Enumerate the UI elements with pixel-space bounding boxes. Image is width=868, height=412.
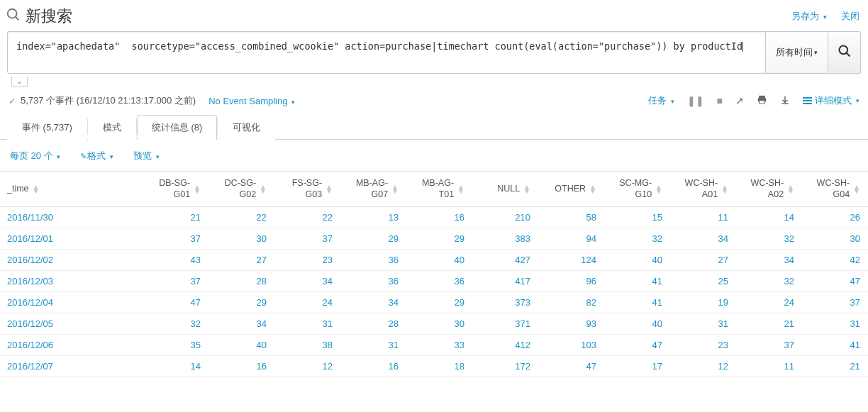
cell-value[interactable]: 33 xyxy=(406,335,472,356)
cell-value[interactable]: 34 xyxy=(274,271,340,292)
cell-value[interactable]: 37 xyxy=(801,292,867,313)
cell-value[interactable]: 21 xyxy=(735,313,801,335)
run-search-button[interactable] xyxy=(828,31,861,74)
cell-value[interactable]: 32 xyxy=(603,228,669,250)
column-DC-SG-G02[interactable]: DC-SG-G02▲▼ xyxy=(208,172,274,207)
cell-time[interactable]: 2016/12/07 xyxy=(0,356,142,377)
cell-value[interactable]: 14 xyxy=(142,356,208,377)
cell-value[interactable]: 41 xyxy=(603,271,669,292)
cell-value[interactable]: 34 xyxy=(669,228,735,250)
column-WC-SH-A01[interactable]: WC-SH-A01▲▼ xyxy=(669,172,735,207)
cell-value[interactable]: 47 xyxy=(538,356,603,377)
cell-value[interactable]: 16 xyxy=(340,356,406,377)
cell-value[interactable]: 34 xyxy=(735,250,801,271)
cell-value[interactable]: 14 xyxy=(735,207,801,228)
cell-value[interactable]: 371 xyxy=(472,313,538,335)
cell-value[interactable]: 417 xyxy=(472,271,538,292)
tab-events[interactable]: 事件 (5,737) xyxy=(7,115,87,140)
cell-value[interactable]: 427 xyxy=(472,250,538,271)
cell-value[interactable]: 40 xyxy=(406,250,472,271)
cell-value[interactable]: 28 xyxy=(208,271,274,292)
cell-value[interactable]: 30 xyxy=(406,313,472,335)
cell-value[interactable]: 373 xyxy=(472,292,538,313)
print-button[interactable] xyxy=(757,94,767,107)
cell-time[interactable]: 2016/12/06 xyxy=(0,335,142,356)
cell-time[interactable]: 2016/12/03 xyxy=(0,271,142,292)
cell-value[interactable]: 17 xyxy=(603,356,669,377)
column-MB-AG-G07[interactable]: MB-AG-G07▲▼ xyxy=(340,172,406,207)
cell-value[interactable]: 38 xyxy=(274,335,340,356)
export-button[interactable] xyxy=(780,95,790,107)
cell-value[interactable]: 383 xyxy=(472,228,538,250)
cell-value[interactable]: 37 xyxy=(735,335,801,356)
cell-value[interactable]: 96 xyxy=(538,271,603,292)
cell-value[interactable]: 40 xyxy=(603,250,669,271)
expand-search-toggle[interactable]: ⌄ xyxy=(11,77,28,87)
tab-patterns[interactable]: 模式 xyxy=(88,115,136,140)
cell-time[interactable]: 2016/11/30 xyxy=(0,207,142,228)
cell-time[interactable]: 2016/12/02 xyxy=(0,250,142,271)
cell-value[interactable]: 24 xyxy=(735,292,801,313)
stop-button[interactable]: ■ xyxy=(717,95,723,106)
cell-value[interactable]: 23 xyxy=(274,250,340,271)
cell-value[interactable]: 42 xyxy=(801,250,867,271)
column-SC-MG-G10[interactable]: SC-MG-G10▲▼ xyxy=(603,172,669,207)
cell-value[interactable]: 37 xyxy=(142,271,208,292)
cell-value[interactable]: 47 xyxy=(603,335,669,356)
column-DB-SG-G01[interactable]: DB-SG-G01▲▼ xyxy=(142,172,208,207)
tab-visualization[interactable]: 可视化 xyxy=(218,115,275,140)
cell-value[interactable]: 94 xyxy=(538,228,603,250)
event-sampling-menu[interactable]: No Event Sampling ▾ xyxy=(208,96,295,106)
cell-value[interactable]: 29 xyxy=(406,292,472,313)
cell-value[interactable]: 124 xyxy=(538,250,603,271)
cell-value[interactable]: 36 xyxy=(406,271,472,292)
format-menu[interactable]: ✎格式 ▾ xyxy=(80,150,113,162)
cell-value[interactable]: 29 xyxy=(406,228,472,250)
time-range-picker[interactable]: 所有时间 ▾ xyxy=(766,31,828,74)
cell-value[interactable]: 103 xyxy=(538,335,603,356)
column-OTHER[interactable]: OTHER▲▼ xyxy=(538,172,603,207)
cell-value[interactable]: 36 xyxy=(340,271,406,292)
cell-value[interactable]: 31 xyxy=(340,335,406,356)
cell-value[interactable]: 11 xyxy=(669,207,735,228)
cell-value[interactable]: 58 xyxy=(538,207,603,228)
cell-value[interactable]: 93 xyxy=(538,313,603,335)
column-FS-SG-G03[interactable]: FS-SG-G03▲▼ xyxy=(274,172,340,207)
column-time[interactable]: _time▲▼ xyxy=(0,172,142,207)
share-button[interactable]: ↗ xyxy=(735,95,744,106)
close-link[interactable]: 关闭 xyxy=(841,10,859,23)
cell-value[interactable]: 43 xyxy=(142,250,208,271)
cell-value[interactable]: 210 xyxy=(472,207,538,228)
cell-value[interactable]: 23 xyxy=(669,335,735,356)
cell-value[interactable]: 30 xyxy=(208,228,274,250)
cell-value[interactable]: 32 xyxy=(142,313,208,335)
cell-value[interactable]: 31 xyxy=(274,313,340,335)
cell-value[interactable]: 47 xyxy=(142,292,208,313)
cell-value[interactable]: 22 xyxy=(208,207,274,228)
cell-value[interactable]: 30 xyxy=(801,228,867,250)
cell-value[interactable]: 16 xyxy=(406,207,472,228)
cell-value[interactable]: 36 xyxy=(340,250,406,271)
cell-value[interactable]: 40 xyxy=(603,313,669,335)
cell-value[interactable]: 25 xyxy=(669,271,735,292)
column-WC-SH-G04[interactable]: WC-SH-G04▲▼ xyxy=(801,172,867,207)
cell-value[interactable]: 12 xyxy=(274,356,340,377)
cell-value[interactable]: 31 xyxy=(669,313,735,335)
cell-value[interactable]: 82 xyxy=(538,292,603,313)
cell-value[interactable]: 41 xyxy=(603,292,669,313)
cell-value[interactable]: 29 xyxy=(340,228,406,250)
cell-value[interactable]: 32 xyxy=(735,228,801,250)
cell-value[interactable]: 32 xyxy=(735,271,801,292)
cell-value[interactable]: 19 xyxy=(669,292,735,313)
cell-value[interactable]: 37 xyxy=(274,228,340,250)
cell-value[interactable]: 15 xyxy=(603,207,669,228)
save-as-menu[interactable]: 另存为 ▾ xyxy=(791,10,827,23)
cell-value[interactable]: 172 xyxy=(472,356,538,377)
cell-time[interactable]: 2016/12/05 xyxy=(0,313,142,335)
cell-time[interactable]: 2016/12/01 xyxy=(0,228,142,250)
preview-menu[interactable]: 预览 ▾ xyxy=(133,150,160,162)
rows-per-page-menu[interactable]: 每页 20 个 ▾ xyxy=(10,150,60,162)
cell-value[interactable]: 47 xyxy=(801,271,867,292)
cell-time[interactable]: 2016/12/04 xyxy=(0,292,142,313)
cell-value[interactable]: 31 xyxy=(801,313,867,335)
